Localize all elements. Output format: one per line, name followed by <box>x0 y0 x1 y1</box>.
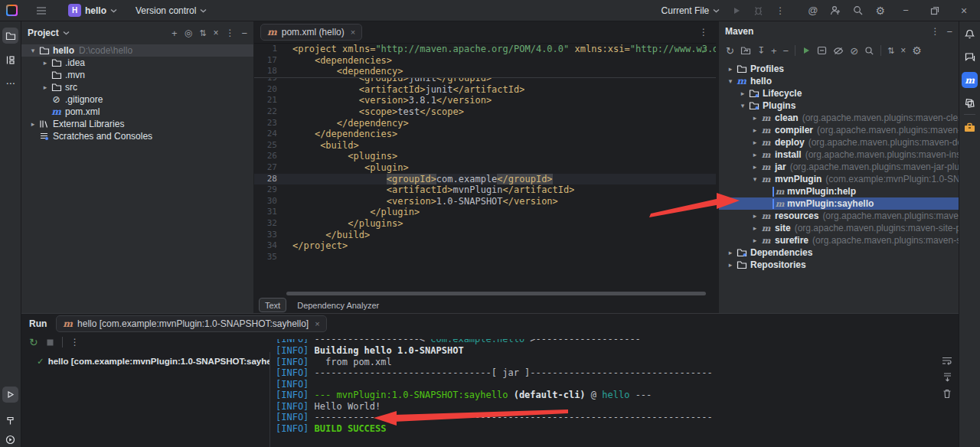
ai-assistant-icon[interactable]: @ <box>808 5 818 15</box>
tab-dependency-analyzer[interactable]: Dependency Analyzer <box>297 301 379 310</box>
code-line-30[interactable]: 30 <version>1.0-SNAPSHOT</version> <box>254 196 716 207</box>
rerun-icon[interactable]: ↻ <box>29 337 38 347</box>
chevron-icon[interactable]: ▸ <box>40 83 51 91</box>
code-line-34[interactable]: 34</project> <box>254 240 716 252</box>
run-button-icon[interactable] <box>732 6 741 15</box>
chevron-icon[interactable]: ▾ <box>737 102 748 109</box>
window-restore-button[interactable] <box>926 6 943 15</box>
chevron-icon[interactable]: ▸ <box>725 249 736 256</box>
code-line-19[interactable]: 19 <groupId>junit</groupId> <box>254 78 716 84</box>
chevron-icon[interactable]: ▸ <box>750 126 760 134</box>
intellij-logo-icon[interactable] <box>6 5 18 16</box>
chevron-icon[interactable]: ▸ <box>750 163 760 171</box>
chevron-icon[interactable]: ▸ <box>750 237 760 244</box>
run-tool-icon[interactable] <box>2 387 18 403</box>
close-tab-icon[interactable]: × <box>351 28 355 37</box>
remove-icon[interactable]: − <box>783 46 789 56</box>
chevron-icon[interactable]: ▸ <box>750 151 760 158</box>
project-tree-item-pom-xml[interactable]: mpom.xml <box>21 106 253 118</box>
maven-tree-item-install[interactable]: ▸minstall(org.apache.maven.plugins:maven… <box>719 148 959 161</box>
maven-tool-icon[interactable]: m <box>962 72 978 88</box>
add-icon[interactable]: + <box>771 46 777 56</box>
code-line-27[interactable]: 27 <plugin> <box>254 162 716 174</box>
maven-tree-item-clean[interactable]: ▸mclean(org.apache.maven.plugins:maven-c… <box>719 112 959 124</box>
hide-panel-icon[interactable]: − <box>946 27 952 37</box>
chevron-icon[interactable]: ▸ <box>725 65 736 73</box>
settings-icon[interactable]: ⚙ <box>875 5 885 16</box>
notifications-icon[interactable] <box>962 26 978 42</box>
maven-tree-item-compiler[interactable]: ▸mcompiler(org.apache.maven.plugins:mave… <box>719 124 959 136</box>
project-tree-item--mvn[interactable]: .mvn <box>21 69 253 81</box>
soft-wrap-icon[interactable] <box>942 356 952 365</box>
chevron-down-icon[interactable] <box>63 31 70 35</box>
code-line-24[interactable]: 24 </dependencies> <box>254 129 716 140</box>
close-tab-icon[interactable]: × <box>315 319 319 328</box>
main-menu-icon[interactable] <box>36 6 47 15</box>
chevron-icon[interactable]: ▾ <box>750 175 760 183</box>
stop-icon[interactable] <box>46 338 54 347</box>
collapse-all-icon[interactable]: × <box>900 46 906 55</box>
editor-horizontal-scrollbar[interactable] <box>286 292 706 295</box>
maven-tree-item-plugins[interactable]: ▾Plugins <box>719 100 959 112</box>
maven-tree-item-mvnplugin-help[interactable]: mmvnPlugin:help <box>719 185 959 197</box>
maven-tree-item-deploy[interactable]: ▸mdeploy(org.apache.maven.plugins:maven-… <box>719 136 959 148</box>
project-tree-item-src[interactable]: ▸src <box>21 81 253 93</box>
services-tool-icon[interactable] <box>2 432 18 447</box>
code-line-29[interactable]: 29 <artifactId>mvnPlugin</artifactId> <box>254 184 716 196</box>
build-tool-icon[interactable] <box>2 413 18 429</box>
run-config-select[interactable]: Current File <box>662 5 720 16</box>
window-close-button[interactable]: × <box>956 5 972 16</box>
code-line-28[interactable]: 28 <groupId>com.example</groupId> <box>254 174 716 185</box>
offline-mode-icon[interactable]: ⊘ <box>850 46 858 56</box>
expand-all-icon[interactable]: ⇅ <box>887 47 894 55</box>
editor-code-area[interactable]: 1<project xmlns="http://maven.apache.org… <box>254 44 716 263</box>
maven-tree-item-resources[interactable]: ▸mresources(org.apache.maven.plugins:mav… <box>719 210 959 222</box>
project-tool-icon[interactable] <box>2 28 18 44</box>
project-tree-item--gitignore[interactable]: ⊘.gitignore <box>21 93 253 106</box>
maven-tree-item-mvnplugin[interactable]: ▾mmvnPlugin(com.example:mvnPlugin:1.0-SN… <box>719 173 959 185</box>
settings-icon[interactable]: ⚙ <box>912 45 922 56</box>
chevron-icon[interactable]: ▸ <box>750 212 760 220</box>
commit-tool-icon[interactable] <box>2 52 18 68</box>
code-with-me-icon[interactable] <box>830 5 841 15</box>
chevron-icon[interactable]: ▸ <box>737 90 748 97</box>
tab-text-view[interactable]: Text <box>259 298 286 312</box>
vcs-widget[interactable]: Version control <box>136 5 207 16</box>
code-line-18[interactable]: 18 <dependency> <box>254 66 716 78</box>
code-line-1[interactable]: 1<project xmlns="http://maven.apache.org… <box>254 44 716 55</box>
code-line-17[interactable]: 17 <dependencies> <box>254 55 716 67</box>
collapse-all-icon[interactable]: × <box>213 28 218 38</box>
project-tree-item-scratches-and-consoles[interactable]: Scratches and Consoles <box>21 130 253 142</box>
chevron-icon[interactable]: ▸ <box>750 139 760 146</box>
code-line-21[interactable]: 21 <version>3.8.1</version> <box>254 95 716 106</box>
inspections-check-icon[interactable]: ✓ <box>701 45 708 56</box>
run-tab[interactable]: m hello [com.example:mvnPlugin:1.0-SNAPS… <box>56 315 326 332</box>
skip-tests-icon[interactable] <box>833 47 844 55</box>
more-options-icon[interactable]: ⋮ <box>70 338 80 347</box>
project-widget[interactable]: H hello <box>68 4 117 17</box>
code-line-25[interactable]: 25 <build> <box>254 140 716 152</box>
maven-tree-item-profiles[interactable]: ▸Profiles <box>719 63 959 75</box>
search-goal-icon[interactable] <box>864 46 874 56</box>
hide-panel-icon[interactable]: − <box>241 28 247 38</box>
editor-tab-pomxml[interactable]: m pom.xml (hello) × <box>260 24 362 41</box>
code-line-31[interactable]: 31 </plugin> <box>254 207 716 218</box>
more-options-icon[interactable]: ⋮ <box>225 28 234 38</box>
locate-file-icon[interactable]: ◎ <box>185 28 192 38</box>
search-everywhere-icon[interactable] <box>853 5 863 15</box>
more-actions-icon[interactable]: ⋮ <box>776 6 785 15</box>
maven-tree-item-site[interactable]: ▸msite(org.apache.maven.plugins:maven-si… <box>719 222 959 234</box>
toolbox-tool-icon[interactable] <box>962 119 978 135</box>
reload-icon[interactable]: ↻ <box>726 46 734 56</box>
code-line-35[interactable]: 35 <box>254 252 716 263</box>
expand-all-icon[interactable]: ⇅ <box>199 29 206 38</box>
maven-tree-item-surefire[interactable]: ▸msurefire(org.apache.maven.plugins:mave… <box>719 234 959 246</box>
chevron-icon[interactable]: ▸ <box>28 120 38 128</box>
maven-tree-item-hello[interactable]: ▾mhello <box>719 75 959 87</box>
chevron-icon[interactable]: ▸ <box>40 59 51 67</box>
code-line-20[interactable]: 20 <artifactId>junit</artifactId> <box>254 84 716 96</box>
chat-tool-icon[interactable] <box>962 49 978 65</box>
run-node-row[interactable]: ✓ hello [com.example:mvnPlugin:1.0-SNAPS… <box>21 354 270 367</box>
maven-tree-item-dependencies[interactable]: ▸Dependencies <box>719 246 959 259</box>
code-line-22[interactable]: 22 <scope>test</scope> <box>254 106 716 118</box>
